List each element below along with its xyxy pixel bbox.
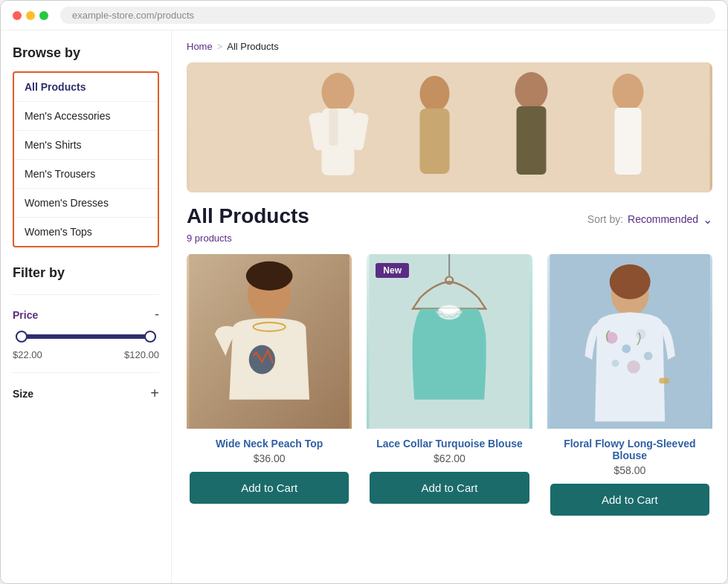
product-image-wrap: New xyxy=(367,254,532,429)
main-layout: Browse by All Products Men's Accessories… xyxy=(1,30,727,583)
close-button[interactable] xyxy=(13,11,22,20)
price-thumb-max[interactable] xyxy=(144,331,156,343)
price-min-label: $22.00 xyxy=(13,349,42,360)
svg-point-25 xyxy=(609,265,650,299)
product-card: New xyxy=(367,254,532,520)
chevron-down-icon[interactable]: ⌄ xyxy=(703,212,712,227)
product-info: Floral Flowy Long-Sleeved Blouse $58.00 … xyxy=(547,429,712,520)
sort-bar: Sort by: Recommended ⌄ xyxy=(587,212,712,227)
browse-title: Browse by xyxy=(13,45,159,61)
product-card: Wide Neck Peach Top $36.00 Add to Cart xyxy=(187,254,352,520)
sort-value[interactable]: Recommended xyxy=(628,213,698,225)
svg-point-8 xyxy=(613,74,644,111)
breadcrumb: Home > All Products xyxy=(172,30,727,56)
product-price: $36.00 xyxy=(190,452,349,464)
price-filter-label: Price xyxy=(13,309,38,321)
size-filter-header: Size + xyxy=(13,385,159,402)
product-info: Lace Collar Turquoise Blouse $62.00 Add … xyxy=(367,429,532,508)
product-image-wrap xyxy=(547,254,712,429)
url-text: example-store.com/products xyxy=(72,10,194,21)
product-price: $62.00 xyxy=(370,452,529,464)
hero-banner xyxy=(187,62,712,192)
sidebar-item-mens-trousers[interactable]: Men's Trousers xyxy=(14,160,158,189)
add-to-cart-button[interactable]: Add to Cart xyxy=(370,472,529,504)
price-labels: $22.00 $120.00 xyxy=(13,349,159,360)
sidebar-item-mens-accessories[interactable]: Men's Accessories xyxy=(14,102,158,131)
sidebar-item-womens-tops[interactable]: Women's Tops xyxy=(14,218,158,246)
size-filter-toggle[interactable]: + xyxy=(150,385,159,402)
svg-point-15 xyxy=(246,262,293,291)
price-thumb-min[interactable] xyxy=(16,331,28,343)
product-name: Floral Flowy Long-Sleeved Blouse xyxy=(550,438,709,461)
banner-illustration xyxy=(187,62,712,192)
product-name: Wide Neck Peach Top xyxy=(190,438,349,450)
breadcrumb-separator: > xyxy=(217,41,223,52)
svg-point-26 xyxy=(606,332,618,344)
price-filter-toggle[interactable]: - xyxy=(155,307,159,322)
price-max-label: $120.00 xyxy=(124,349,159,360)
page-title: All Products xyxy=(187,204,309,228)
category-nav: All Products Men's Accessories Men's Shi… xyxy=(13,71,159,247)
svg-point-27 xyxy=(622,344,631,353)
svg-rect-3 xyxy=(329,108,338,146)
size-filter-section: Size + xyxy=(13,372,159,402)
svg-point-4 xyxy=(420,76,450,111)
minimize-button[interactable] xyxy=(26,11,35,20)
sidebar-item-all-products[interactable]: All Products xyxy=(14,73,158,102)
product-image-svg xyxy=(367,254,532,429)
add-to-cart-button[interactable]: Add to Cart xyxy=(190,472,349,504)
sidebar: Browse by All Products Men's Accessories… xyxy=(1,30,172,583)
product-image-svg xyxy=(547,254,712,429)
svg-point-1 xyxy=(322,73,355,111)
price-filter-header: Price - xyxy=(13,307,159,322)
size-divider xyxy=(13,372,159,373)
product-name: Lace Collar Turquoise Blouse xyxy=(370,438,529,450)
svg-point-31 xyxy=(643,351,652,360)
sort-label: Sort by: xyxy=(587,213,623,225)
app-window: example-store.com/products Browse by All… xyxy=(0,0,728,584)
add-to-cart-button[interactable]: Add to Cart xyxy=(550,484,709,516)
price-range-slider[interactable] xyxy=(16,334,156,339)
filter-title: Filter by xyxy=(13,265,159,281)
new-badge: New xyxy=(376,263,409,278)
svg-point-21 xyxy=(438,305,461,320)
product-image-wrap xyxy=(187,254,352,429)
svg-point-6 xyxy=(515,72,548,109)
product-grid: Wide Neck Peach Top $36.00 Add to Cart N… xyxy=(172,254,727,535)
browser-toolbar: example-store.com/products xyxy=(1,1,727,30)
breadcrumb-home[interactable]: Home xyxy=(187,41,213,52)
price-range-fill xyxy=(16,334,156,339)
products-count: 9 products xyxy=(172,233,727,254)
svg-rect-7 xyxy=(517,106,547,175)
svg-point-29 xyxy=(611,360,619,367)
url-bar[interactable]: example-store.com/products xyxy=(60,7,715,24)
page-title-bar: All Products Sort by: Recommended ⌄ xyxy=(172,204,727,233)
svg-rect-5 xyxy=(420,108,450,174)
product-price: $58.00 xyxy=(550,464,709,476)
size-filter-label: Size xyxy=(13,388,33,400)
product-image-svg xyxy=(187,254,352,429)
breadcrumb-current: All Products xyxy=(227,41,278,52)
sidebar-item-womens-dresses[interactable]: Women's Dresses xyxy=(14,189,158,218)
sidebar-item-mens-shirts[interactable]: Men's Shirts xyxy=(14,131,158,160)
svg-point-28 xyxy=(636,329,646,340)
svg-rect-9 xyxy=(615,108,642,175)
product-card: Floral Flowy Long-Sleeved Blouse $58.00 … xyxy=(547,254,712,520)
svg-point-30 xyxy=(627,360,640,374)
svg-rect-32 xyxy=(659,377,669,383)
maximize-button[interactable] xyxy=(39,11,48,20)
filter-divider xyxy=(13,294,159,295)
product-info: Wide Neck Peach Top $36.00 Add to Cart xyxy=(187,429,352,508)
traffic-lights xyxy=(13,11,48,20)
main-content: Home > All Products xyxy=(172,30,727,583)
